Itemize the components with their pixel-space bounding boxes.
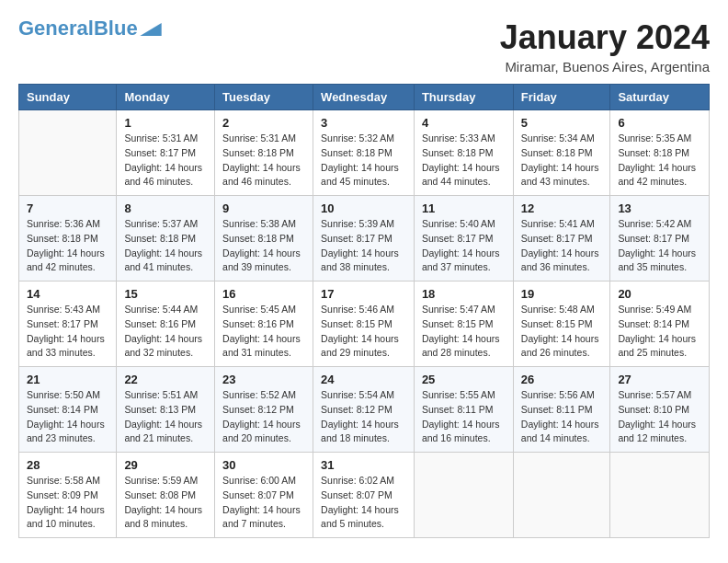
day-info: Sunrise: 5:37 AMSunset: 8:18 PMDaylight:… bbox=[124, 217, 207, 275]
calendar-cell: 6Sunrise: 5:35 AMSunset: 8:18 PMDaylight… bbox=[610, 110, 710, 196]
day-info: Sunrise: 5:45 AMSunset: 8:16 PMDaylight:… bbox=[222, 303, 305, 361]
day-number: 1 bbox=[124, 116, 207, 130]
day-number: 24 bbox=[321, 373, 406, 386]
day-info: Sunrise: 5:55 AMSunset: 8:11 PMDaylight:… bbox=[422, 388, 506, 446]
calendar-cell bbox=[513, 453, 610, 538]
calendar-table: SundayMondayTuesdayWednesdayThursdayFrid… bbox=[18, 84, 710, 538]
calendar-cell: 8Sunrise: 5:37 AMSunset: 8:18 PMDaylight… bbox=[117, 196, 215, 282]
day-info: Sunrise: 5:48 AMSunset: 8:15 PMDaylight:… bbox=[521, 303, 603, 361]
calendar-cell: 16Sunrise: 5:45 AMSunset: 8:16 PMDayligh… bbox=[215, 282, 313, 367]
day-header-wednesday: Wednesday bbox=[313, 85, 415, 110]
day-number: 18 bbox=[422, 287, 506, 301]
calendar-cell bbox=[414, 453, 513, 538]
day-number: 19 bbox=[521, 287, 603, 301]
day-number: 5 bbox=[521, 116, 603, 130]
day-info: Sunrise: 5:50 AMSunset: 8:14 PMDaylight:… bbox=[27, 388, 108, 446]
calendar-cell: 21Sunrise: 5:50 AMSunset: 8:14 PMDayligh… bbox=[19, 367, 117, 453]
day-number: 13 bbox=[618, 201, 701, 215]
days-header-row: SundayMondayTuesdayWednesdayThursdayFrid… bbox=[19, 85, 710, 110]
day-info: Sunrise: 5:58 AMSunset: 8:09 PMDaylight:… bbox=[27, 474, 108, 532]
day-info: Sunrise: 5:54 AMSunset: 8:12 PMDaylight:… bbox=[321, 388, 406, 446]
calendar-cell: 25Sunrise: 5:55 AMSunset: 8:11 PMDayligh… bbox=[414, 367, 513, 453]
day-header-monday: Monday bbox=[117, 85, 215, 110]
day-info: Sunrise: 5:35 AMSunset: 8:18 PMDaylight:… bbox=[618, 132, 701, 190]
day-number: 31 bbox=[321, 458, 406, 472]
calendar-cell: 26Sunrise: 5:56 AMSunset: 8:11 PMDayligh… bbox=[513, 367, 610, 453]
calendar-cell: 12Sunrise: 5:41 AMSunset: 8:17 PMDayligh… bbox=[513, 196, 610, 282]
calendar-cell: 11Sunrise: 5:40 AMSunset: 8:17 PMDayligh… bbox=[414, 196, 513, 282]
day-number: 26 bbox=[521, 373, 603, 386]
calendar-cell: 14Sunrise: 5:43 AMSunset: 8:17 PMDayligh… bbox=[19, 282, 117, 367]
calendar-header: SundayMondayTuesdayWednesdayThursdayFrid… bbox=[19, 85, 710, 110]
day-info: Sunrise: 5:49 AMSunset: 8:14 PMDaylight:… bbox=[618, 303, 701, 361]
day-info: Sunrise: 6:00 AMSunset: 8:07 PMDaylight:… bbox=[222, 474, 305, 532]
calendar-subtitle: Miramar, Buenos Aires, Argentina bbox=[500, 59, 710, 75]
day-number: 4 bbox=[422, 116, 506, 130]
day-number: 25 bbox=[422, 373, 506, 386]
calendar-cell: 5Sunrise: 5:34 AMSunset: 8:18 PMDaylight… bbox=[513, 110, 610, 196]
day-header-sunday: Sunday bbox=[19, 85, 117, 110]
day-info: Sunrise: 5:51 AMSunset: 8:13 PMDaylight:… bbox=[124, 388, 207, 446]
header: GeneralBlue January 2024 Miramar, Buenos… bbox=[18, 18, 710, 75]
calendar-cell: 2Sunrise: 5:31 AMSunset: 8:18 PMDaylight… bbox=[215, 110, 313, 196]
logo-arrow-icon bbox=[140, 23, 162, 36]
day-info: Sunrise: 5:56 AMSunset: 8:11 PMDaylight:… bbox=[521, 388, 603, 446]
calendar-cell: 17Sunrise: 5:46 AMSunset: 8:15 PMDayligh… bbox=[313, 282, 415, 367]
calendar-body: 1Sunrise: 5:31 AMSunset: 8:17 PMDaylight… bbox=[19, 110, 710, 538]
day-header-saturday: Saturday bbox=[610, 85, 710, 110]
day-info: Sunrise: 5:44 AMSunset: 8:16 PMDaylight:… bbox=[124, 303, 207, 361]
day-number: 21 bbox=[27, 373, 108, 386]
day-number: 3 bbox=[321, 116, 406, 130]
day-info: Sunrise: 5:42 AMSunset: 8:17 PMDaylight:… bbox=[618, 217, 701, 275]
calendar-cell: 4Sunrise: 5:33 AMSunset: 8:18 PMDaylight… bbox=[414, 110, 513, 196]
day-info: Sunrise: 5:36 AMSunset: 8:18 PMDaylight:… bbox=[27, 217, 108, 275]
day-number: 27 bbox=[618, 373, 701, 386]
calendar-cell: 30Sunrise: 6:00 AMSunset: 8:07 PMDayligh… bbox=[215, 453, 313, 538]
day-info: Sunrise: 5:31 AMSunset: 8:18 PMDaylight:… bbox=[222, 132, 305, 190]
title-section: January 2024 Miramar, Buenos Aires, Arge… bbox=[500, 18, 710, 75]
calendar-cell: 24Sunrise: 5:54 AMSunset: 8:12 PMDayligh… bbox=[313, 367, 415, 453]
day-number: 7 bbox=[27, 201, 108, 215]
day-number: 28 bbox=[27, 458, 108, 472]
week-row-5: 28Sunrise: 5:58 AMSunset: 8:09 PMDayligh… bbox=[19, 453, 710, 538]
calendar-cell: 1Sunrise: 5:31 AMSunset: 8:17 PMDaylight… bbox=[117, 110, 215, 196]
calendar-cell: 18Sunrise: 5:47 AMSunset: 8:15 PMDayligh… bbox=[414, 282, 513, 367]
week-row-2: 7Sunrise: 5:36 AMSunset: 8:18 PMDaylight… bbox=[19, 196, 710, 282]
day-info: Sunrise: 5:43 AMSunset: 8:17 PMDaylight:… bbox=[27, 303, 108, 361]
day-info: Sunrise: 5:40 AMSunset: 8:17 PMDaylight:… bbox=[422, 217, 506, 275]
calendar-cell: 9Sunrise: 5:38 AMSunset: 8:18 PMDaylight… bbox=[215, 196, 313, 282]
day-header-thursday: Thursday bbox=[414, 85, 513, 110]
day-number: 10 bbox=[321, 201, 406, 215]
day-number: 2 bbox=[222, 116, 305, 130]
day-number: 29 bbox=[124, 458, 207, 472]
day-info: Sunrise: 5:59 AMSunset: 8:08 PMDaylight:… bbox=[124, 474, 207, 532]
day-number: 11 bbox=[422, 201, 506, 215]
day-number: 20 bbox=[618, 287, 701, 301]
day-header-tuesday: Tuesday bbox=[215, 85, 313, 110]
day-number: 22 bbox=[124, 373, 207, 386]
calendar-cell: 7Sunrise: 5:36 AMSunset: 8:18 PMDaylight… bbox=[19, 196, 117, 282]
day-number: 14 bbox=[27, 287, 108, 301]
day-info: Sunrise: 5:38 AMSunset: 8:18 PMDaylight:… bbox=[222, 217, 305, 275]
day-info: Sunrise: 5:34 AMSunset: 8:18 PMDaylight:… bbox=[521, 132, 603, 190]
calendar-title: January 2024 bbox=[500, 18, 710, 57]
calendar-cell: 23Sunrise: 5:52 AMSunset: 8:12 PMDayligh… bbox=[215, 367, 313, 453]
day-number: 6 bbox=[618, 116, 701, 130]
logo-text: GeneralBlue bbox=[18, 18, 138, 39]
day-info: Sunrise: 5:52 AMSunset: 8:12 PMDaylight:… bbox=[222, 388, 305, 446]
calendar-cell: 19Sunrise: 5:48 AMSunset: 8:15 PMDayligh… bbox=[513, 282, 610, 367]
day-info: Sunrise: 5:41 AMSunset: 8:17 PMDaylight:… bbox=[521, 217, 603, 275]
day-number: 23 bbox=[222, 373, 305, 386]
calendar-cell: 20Sunrise: 5:49 AMSunset: 8:14 PMDayligh… bbox=[610, 282, 710, 367]
week-row-1: 1Sunrise: 5:31 AMSunset: 8:17 PMDaylight… bbox=[19, 110, 710, 196]
day-info: Sunrise: 5:57 AMSunset: 8:10 PMDaylight:… bbox=[618, 388, 701, 446]
day-number: 8 bbox=[124, 201, 207, 215]
day-number: 15 bbox=[124, 287, 207, 301]
day-number: 17 bbox=[321, 287, 406, 301]
calendar-cell: 31Sunrise: 6:02 AMSunset: 8:07 PMDayligh… bbox=[313, 453, 415, 538]
calendar-cell: 13Sunrise: 5:42 AMSunset: 8:17 PMDayligh… bbox=[610, 196, 710, 282]
calendar-cell: 3Sunrise: 5:32 AMSunset: 8:18 PMDaylight… bbox=[313, 110, 415, 196]
day-info: Sunrise: 5:33 AMSunset: 8:18 PMDaylight:… bbox=[422, 132, 506, 190]
day-info: Sunrise: 5:32 AMSunset: 8:18 PMDaylight:… bbox=[321, 132, 406, 190]
day-info: Sunrise: 6:02 AMSunset: 8:07 PMDaylight:… bbox=[321, 474, 406, 532]
